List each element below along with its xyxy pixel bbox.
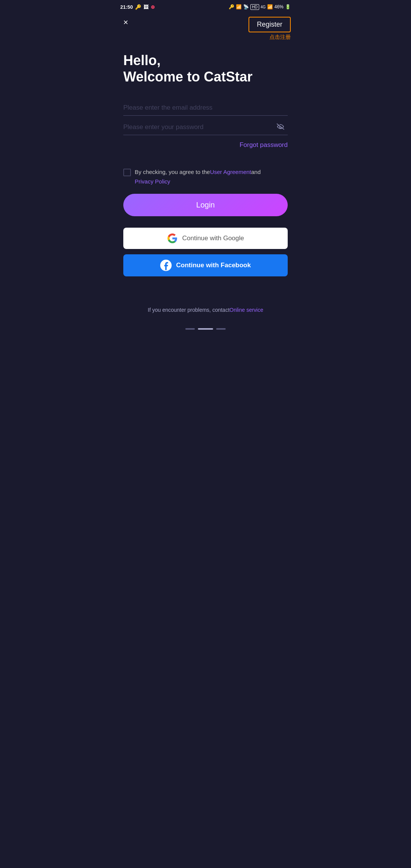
google-login-button[interactable]: Continue with Google xyxy=(123,228,288,249)
4g-badge: 4G xyxy=(261,5,266,9)
top-nav: × Register 点击注册 xyxy=(114,14,297,41)
forgot-password-section: Forgot password xyxy=(123,141,288,149)
nav-pill-1 xyxy=(185,328,195,330)
status-bar: 21:50 🔑 🖼 ⊕ 🔑 📶 📡 HD 4G 📶 46% 🔋 xyxy=(114,0,297,14)
facebook-login-button[interactable]: Continue with Facebook xyxy=(123,254,288,276)
status-time: 21:50 🔑 🖼 ⊕ xyxy=(120,4,155,10)
agreement-label: By checking, you agree to theUser Agreem… xyxy=(123,168,288,177)
main-content: Hello, Welcome to CatStar Forgot passwor… xyxy=(114,41,297,299)
wifi-icon: 📡 xyxy=(243,4,249,10)
password-input-group xyxy=(123,120,288,135)
social-login-section: Continue with Google Continue with Faceb… xyxy=(123,228,288,276)
email-input-group xyxy=(123,100,288,116)
contact-text: If you encounter problems, contactOnline… xyxy=(123,307,288,313)
vpn-icon: 🔑 xyxy=(229,4,234,10)
key-icon: 🔑 xyxy=(135,4,141,10)
google-icon xyxy=(167,233,178,244)
sim-icon: 📶 xyxy=(236,4,242,10)
agreement-section: By checking, you agree to theUser Agreem… xyxy=(123,168,288,185)
toggle-password-icon[interactable] xyxy=(275,121,286,133)
user-agreement-link[interactable]: User Agreement xyxy=(210,169,251,175)
close-button[interactable]: × xyxy=(120,17,131,28)
app-icon: ⊕ xyxy=(151,4,155,10)
agreement-checkbox[interactable] xyxy=(123,169,131,176)
register-button[interactable]: Register xyxy=(249,17,291,32)
login-button[interactable]: Login xyxy=(123,194,288,216)
register-section: Register 点击注册 xyxy=(249,17,291,41)
footer-section: If you encounter problems, contactOnline… xyxy=(114,299,297,324)
register-subtitle: 点击注册 xyxy=(269,34,291,41)
forgot-password-link[interactable]: Forgot password xyxy=(239,141,288,148)
facebook-icon xyxy=(160,260,172,271)
nav-pill-3 xyxy=(216,328,226,330)
image-icon: 🖼 xyxy=(143,4,148,10)
email-input[interactable] xyxy=(123,100,288,116)
welcome-title: Hello, Welcome to CatStar xyxy=(123,52,288,85)
status-right: 🔑 📶 📡 HD 4G 📶 46% 🔋 xyxy=(229,4,291,10)
battery-icon: 🔋 xyxy=(285,4,291,10)
hd-badge: HD xyxy=(250,4,259,10)
bottom-nav-indicator xyxy=(114,324,297,336)
signal-icon: 📶 xyxy=(267,4,273,10)
password-input[interactable] xyxy=(123,120,288,135)
online-service-link[interactable]: Online service xyxy=(229,307,263,313)
nav-pill-2 xyxy=(198,328,213,330)
privacy-policy-link[interactable]: Privacy Policy xyxy=(135,178,288,185)
